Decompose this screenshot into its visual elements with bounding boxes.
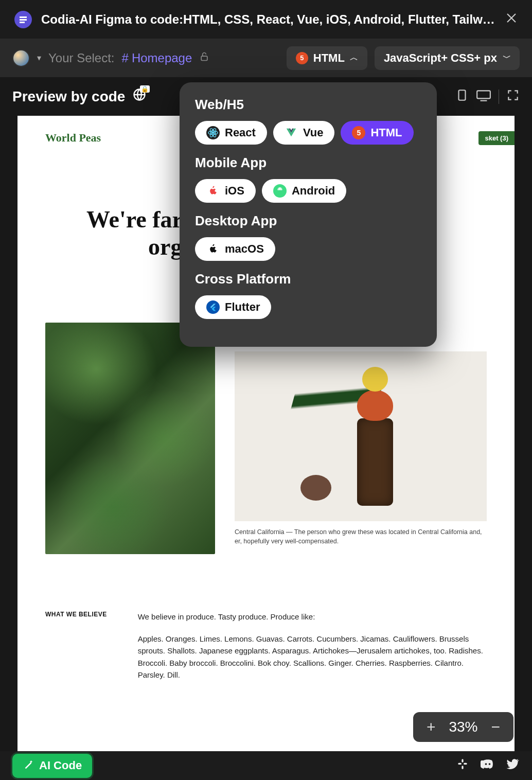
svg-rect-15 bbox=[462, 759, 463, 763]
html-chip-icon: 5 bbox=[352, 126, 365, 139]
android-icon bbox=[273, 184, 287, 198]
chip-vue[interactable]: Vue bbox=[273, 121, 335, 145]
chip-android-label: Android bbox=[292, 184, 335, 198]
chip-flutter[interactable]: Flutter bbox=[195, 295, 271, 319]
globe-lock-icon[interactable]: 🔒 bbox=[132, 87, 147, 105]
hash-icon: # bbox=[122, 51, 129, 65]
desktop-viewport-icon[interactable] bbox=[476, 88, 491, 105]
twitter-icon[interactable] bbox=[506, 757, 520, 774]
selection-name: Homepage bbox=[132, 51, 192, 65]
avatar-chevron-icon[interactable]: ▾ bbox=[37, 53, 41, 63]
user-avatar-icon[interactable] bbox=[12, 49, 30, 67]
svg-point-12 bbox=[280, 189, 281, 190]
image-row: Central California — The person who grew… bbox=[45, 323, 487, 554]
chip-vue-label: Vue bbox=[303, 126, 324, 139]
chip-macos[interactable]: macOS bbox=[195, 237, 275, 261]
svg-rect-2 bbox=[20, 22, 25, 23]
wand-icon bbox=[23, 759, 34, 773]
svg-point-11 bbox=[278, 189, 279, 190]
unlock-icon[interactable] bbox=[199, 51, 209, 64]
believe-label: WHAT WE BELIEVE bbox=[45, 611, 107, 691]
selection-chip[interactable]: # Homepage bbox=[122, 51, 192, 65]
believe-p1: We believe in produce. Tasty produce. Pr… bbox=[138, 611, 487, 623]
dd-section-mobile: Mobile App bbox=[195, 155, 421, 171]
svg-rect-13 bbox=[458, 763, 462, 764]
vue-icon bbox=[285, 126, 298, 139]
hero-line-2: org bbox=[148, 234, 182, 260]
tablet-viewport-icon[interactable] bbox=[455, 88, 469, 105]
dd-section-cross: Cross Platform bbox=[195, 271, 421, 287]
html-icon: 5 bbox=[296, 52, 308, 64]
react-icon bbox=[206, 126, 220, 139]
svg-rect-6 bbox=[477, 91, 490, 98]
chip-react-label: React bbox=[225, 126, 256, 139]
dd-section-desktop: Desktop App bbox=[195, 213, 421, 229]
apple-icon bbox=[206, 184, 220, 198]
basket-badge[interactable]: sket (3) bbox=[478, 131, 515, 145]
believe-p2: Apples. Oranges. Limes. Lemons. Guavas. … bbox=[138, 633, 487, 681]
svg-rect-16 bbox=[462, 766, 463, 769]
your-select-label: Your Select: bbox=[48, 51, 115, 65]
chip-ios[interactable]: iOS bbox=[195, 179, 256, 203]
flutter-icon bbox=[206, 300, 220, 314]
toolbar: ▾ Your Select: # Homepage 5 HTML ︿ JavaS… bbox=[0, 39, 532, 77]
preview-label: Preview by code bbox=[12, 88, 125, 105]
slack-icon[interactable] bbox=[456, 757, 469, 774]
lock-badge-icon: 🔒 bbox=[140, 85, 150, 93]
chip-macos-label: macOS bbox=[225, 242, 264, 256]
chevron-up-icon: ︿ bbox=[350, 52, 358, 63]
dd-section-web: Web/H5 bbox=[195, 97, 421, 113]
lang-dropdown-button[interactable]: JavaScript+ CSS+ px ︿ bbox=[375, 46, 520, 70]
chip-html-label: HTML bbox=[370, 126, 402, 139]
svg-rect-1 bbox=[20, 19, 27, 21]
svg-rect-0 bbox=[20, 16, 27, 18]
chip-html[interactable]: 5 HTML bbox=[341, 121, 413, 145]
discord-icon[interactable] bbox=[481, 757, 495, 775]
chip-flutter-label: Flutter bbox=[225, 300, 260, 314]
produce-image-wrap: Central California — The person who grew… bbox=[235, 351, 487, 554]
format-selected-label: HTML bbox=[313, 51, 345, 65]
chip-react[interactable]: React bbox=[195, 121, 267, 145]
svg-point-18 bbox=[489, 763, 491, 765]
macos-icon bbox=[206, 242, 220, 256]
believe-body: We believe in produce. Tasty produce. Pr… bbox=[138, 611, 487, 691]
zoom-in-button[interactable]: + bbox=[427, 718, 436, 736]
produce-stack-image bbox=[235, 351, 487, 521]
believe-section: WHAT WE BELIEVE We believe in produce. T… bbox=[45, 611, 487, 691]
titlebar: Codia-AI Figma to code:HTML, CSS, React,… bbox=[0, 0, 532, 39]
format-dropdown-panel: Web/H5 React Vue 5 HTML Mobile App iOS bbox=[180, 82, 437, 347]
svg-rect-14 bbox=[464, 763, 467, 764]
chip-android[interactable]: Android bbox=[262, 179, 346, 203]
greens-image bbox=[45, 323, 215, 554]
fullscreen-icon[interactable] bbox=[506, 88, 520, 105]
svg-point-17 bbox=[485, 763, 487, 765]
divider bbox=[499, 90, 499, 104]
zoom-value: 33% bbox=[449, 719, 477, 735]
window-title: Codia-AI Figma to code:HTML, CSS, React,… bbox=[41, 12, 496, 27]
close-icon[interactable] bbox=[505, 11, 518, 28]
chip-ios-label: iOS bbox=[225, 184, 244, 198]
format-dropdown-button[interactable]: 5 HTML ︿ bbox=[287, 46, 367, 70]
image-caption: Central California — The person who grew… bbox=[235, 527, 487, 546]
svg-rect-5 bbox=[459, 90, 466, 100]
ai-code-button[interactable]: AI Code bbox=[12, 754, 92, 778]
footer-bar: AI Code bbox=[0, 751, 532, 780]
zoom-control: + 33% − bbox=[413, 712, 513, 742]
zoom-out-button[interactable]: − bbox=[491, 718, 500, 736]
ai-code-label: AI Code bbox=[39, 759, 82, 772]
svg-point-7 bbox=[212, 132, 214, 134]
svg-rect-3 bbox=[201, 56, 207, 60]
lang-combo-label: JavaScript+ CSS+ px bbox=[384, 51, 497, 65]
chevron-down-icon: ︿ bbox=[502, 52, 510, 63]
app-logo-icon bbox=[14, 11, 32, 28]
